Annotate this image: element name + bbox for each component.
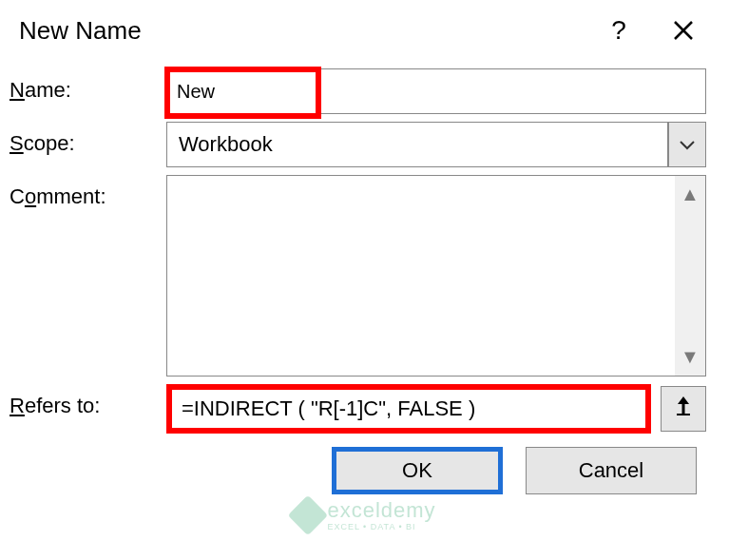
help-icon: ? — [611, 15, 626, 46]
refers-value: =INDIRECT ( "R[-1]C", FALSE ) — [182, 396, 475, 421]
button-row: OK Cancel — [10, 441, 719, 494]
comment-scrollbar[interactable]: ▲ ▼ — [675, 176, 705, 376]
scope-select[interactable]: Workbook — [166, 122, 668, 167]
help-button[interactable]: ? — [592, 4, 645, 57]
dialog-title: New Name — [19, 16, 581, 46]
watermark-tagline: EXCEL • DATA • BI — [327, 523, 435, 531]
collapse-icon — [674, 396, 693, 421]
scope-label: Scope: — [10, 122, 166, 156]
scope-select-wrap: Workbook — [166, 122, 706, 167]
close-icon — [672, 19, 695, 42]
scroll-up-icon: ▲ — [681, 183, 700, 205]
close-button[interactable] — [657, 4, 710, 57]
ok-button[interactable]: OK — [332, 447, 503, 494]
refers-input[interactable]: =INDIRECT ( "R[-1]C", FALSE ) — [166, 384, 651, 434]
name-label: Name: — [10, 68, 166, 103]
name-input[interactable]: New — [166, 68, 706, 114]
chevron-down-icon — [679, 139, 696, 150]
collapse-dialog-button[interactable] — [661, 386, 706, 432]
dialog-body: Name: New Scope: Workbook Comment: ▲ ▼ R… — [0, 61, 729, 504]
refers-label: Refers to: — [10, 384, 166, 418]
title-bar: New Name ? — [0, 0, 729, 61]
scope-dropdown-button[interactable] — [668, 122, 706, 167]
comment-input[interactable] — [167, 176, 675, 376]
scroll-down-icon: ▼ — [681, 346, 700, 368]
refers-wrap: =INDIRECT ( "R[-1]C", FALSE ) — [166, 384, 706, 434]
refers-row: Refers to: =INDIRECT ( "R[-1]C", FALSE ) — [10, 384, 719, 434]
scope-value: Workbook — [179, 132, 273, 157]
comment-row: Comment: ▲ ▼ — [10, 175, 719, 377]
comment-field-wrap: ▲ ▼ — [166, 175, 706, 377]
svg-marker-3 — [678, 396, 689, 404]
name-row: Name: New — [10, 68, 719, 114]
comment-label: Comment: — [10, 175, 166, 209]
name-value: New — [177, 81, 215, 103]
scope-row: Scope: Workbook — [10, 122, 719, 167]
cancel-button[interactable]: Cancel — [526, 447, 697, 494]
